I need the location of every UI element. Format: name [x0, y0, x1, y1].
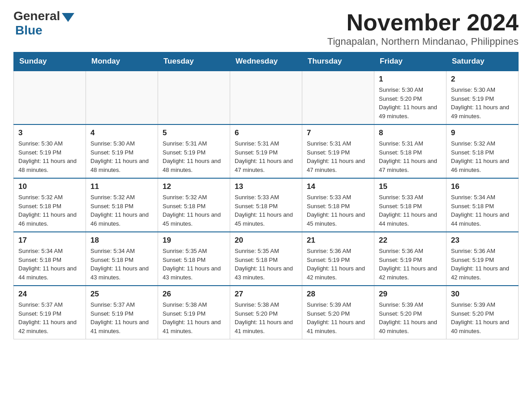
day-number: 1	[379, 75, 442, 84]
calendar-cell: 12Sunrise: 5:32 AM Sunset: 5:18 PM Dayli…	[158, 178, 230, 232]
day-info: Sunrise: 5:36 AM Sunset: 5:19 PM Dayligh…	[379, 247, 442, 282]
day-number: 27	[235, 290, 297, 299]
calendar-cell: 23Sunrise: 5:36 AM Sunset: 5:19 PM Dayli…	[446, 232, 519, 286]
day-info: Sunrise: 5:30 AM Sunset: 5:19 PM Dayligh…	[90, 139, 153, 174]
day-number: 2	[451, 75, 514, 84]
title-section: November 2024 Tignapalan, Northern Minda…	[327, 9, 519, 47]
calendar-cell: 26Sunrise: 5:38 AM Sunset: 5:19 PM Dayli…	[158, 286, 230, 339]
calendar-cell	[158, 71, 230, 124]
day-number: 7	[307, 128, 369, 137]
week-row-3: 10Sunrise: 5:32 AM Sunset: 5:18 PM Dayli…	[14, 178, 519, 232]
day-number: 11	[90, 182, 153, 191]
calendar-cell	[230, 71, 302, 124]
day-number: 14	[307, 182, 369, 191]
calendar-cell: 20Sunrise: 5:35 AM Sunset: 5:18 PM Dayli…	[230, 232, 302, 286]
col-header-friday: Friday	[374, 52, 446, 71]
logo-arrow-icon	[62, 13, 74, 22]
week-row-1: 1Sunrise: 5:30 AM Sunset: 5:20 PM Daylig…	[14, 71, 519, 124]
day-number: 28	[307, 290, 369, 299]
calendar-cell: 5Sunrise: 5:31 AM Sunset: 5:19 PM Daylig…	[158, 124, 230, 178]
logo: General Blue	[13, 9, 74, 38]
calendar-cell	[86, 71, 158, 124]
day-number: 15	[379, 182, 442, 191]
calendar-cell: 14Sunrise: 5:33 AM Sunset: 5:18 PM Dayli…	[302, 178, 374, 232]
day-info: Sunrise: 5:34 AM Sunset: 5:18 PM Dayligh…	[451, 193, 514, 228]
day-info: Sunrise: 5:35 AM Sunset: 5:18 PM Dayligh…	[235, 247, 297, 282]
day-info: Sunrise: 5:32 AM Sunset: 5:18 PM Dayligh…	[451, 139, 514, 174]
day-number: 22	[379, 236, 442, 245]
calendar-cell: 15Sunrise: 5:33 AM Sunset: 5:18 PM Dayli…	[374, 178, 446, 232]
col-header-sunday: Sunday	[14, 52, 86, 71]
calendar-cell: 13Sunrise: 5:33 AM Sunset: 5:18 PM Dayli…	[230, 178, 302, 232]
week-row-2: 3Sunrise: 5:30 AM Sunset: 5:19 PM Daylig…	[14, 124, 519, 178]
day-info: Sunrise: 5:31 AM Sunset: 5:19 PM Dayligh…	[235, 139, 297, 174]
day-info: Sunrise: 5:33 AM Sunset: 5:18 PM Dayligh…	[379, 193, 442, 228]
calendar-cell: 10Sunrise: 5:32 AM Sunset: 5:18 PM Dayli…	[14, 178, 86, 232]
col-header-thursday: Thursday	[302, 52, 374, 71]
calendar-cell: 3Sunrise: 5:30 AM Sunset: 5:19 PM Daylig…	[14, 124, 86, 178]
day-number: 26	[163, 290, 225, 299]
day-info: Sunrise: 5:36 AM Sunset: 5:19 PM Dayligh…	[307, 247, 369, 282]
calendar-cell: 11Sunrise: 5:32 AM Sunset: 5:18 PM Dayli…	[86, 178, 158, 232]
day-number: 12	[163, 182, 225, 191]
day-info: Sunrise: 5:30 AM Sunset: 5:19 PM Dayligh…	[451, 86, 514, 120]
day-info: Sunrise: 5:31 AM Sunset: 5:18 PM Dayligh…	[379, 139, 442, 174]
day-number: 24	[18, 290, 81, 299]
location-text: Tignapalan, Northern Mindanao, Philippin…	[327, 36, 519, 47]
calendar-cell: 24Sunrise: 5:37 AM Sunset: 5:19 PM Dayli…	[14, 286, 86, 339]
day-info: Sunrise: 5:30 AM Sunset: 5:19 PM Dayligh…	[18, 139, 81, 174]
calendar-cell: 22Sunrise: 5:36 AM Sunset: 5:19 PM Dayli…	[374, 232, 446, 286]
day-info: Sunrise: 5:39 AM Sunset: 5:20 PM Dayligh…	[451, 300, 514, 335]
day-info: Sunrise: 5:33 AM Sunset: 5:18 PM Dayligh…	[307, 193, 369, 228]
calendar-cell: 6Sunrise: 5:31 AM Sunset: 5:19 PM Daylig…	[230, 124, 302, 178]
calendar-cell: 27Sunrise: 5:38 AM Sunset: 5:20 PM Dayli…	[230, 286, 302, 339]
col-header-saturday: Saturday	[446, 52, 519, 71]
day-info: Sunrise: 5:31 AM Sunset: 5:19 PM Dayligh…	[307, 139, 369, 174]
day-info: Sunrise: 5:30 AM Sunset: 5:20 PM Dayligh…	[379, 86, 442, 120]
day-info: Sunrise: 5:37 AM Sunset: 5:19 PM Dayligh…	[18, 300, 81, 335]
calendar-cell: 1Sunrise: 5:30 AM Sunset: 5:20 PM Daylig…	[374, 71, 446, 124]
day-number: 3	[18, 128, 81, 137]
logo-blue-text: Blue	[15, 23, 43, 38]
day-info: Sunrise: 5:33 AM Sunset: 5:18 PM Dayligh…	[235, 193, 297, 228]
day-info: Sunrise: 5:39 AM Sunset: 5:20 PM Dayligh…	[379, 300, 442, 335]
day-info: Sunrise: 5:38 AM Sunset: 5:19 PM Dayligh…	[163, 300, 225, 335]
day-number: 19	[163, 236, 225, 245]
day-info: Sunrise: 5:32 AM Sunset: 5:18 PM Dayligh…	[90, 193, 153, 228]
day-number: 29	[379, 290, 442, 299]
day-number: 25	[90, 290, 153, 299]
day-info: Sunrise: 5:34 AM Sunset: 5:18 PM Dayligh…	[18, 247, 81, 282]
col-header-monday: Monday	[86, 52, 158, 71]
day-number: 16	[451, 182, 514, 191]
week-row-4: 17Sunrise: 5:34 AM Sunset: 5:18 PM Dayli…	[14, 232, 519, 286]
calendar-cell: 17Sunrise: 5:34 AM Sunset: 5:18 PM Dayli…	[14, 232, 86, 286]
day-number: 20	[235, 236, 297, 245]
calendar-cell: 8Sunrise: 5:31 AM Sunset: 5:18 PM Daylig…	[374, 124, 446, 178]
day-number: 30	[451, 290, 514, 299]
day-info: Sunrise: 5:36 AM Sunset: 5:19 PM Dayligh…	[451, 247, 514, 282]
day-info: Sunrise: 5:31 AM Sunset: 5:19 PM Dayligh…	[163, 139, 225, 174]
logo-general-text: General	[13, 9, 60, 23]
calendar-cell: 21Sunrise: 5:36 AM Sunset: 5:19 PM Dayli…	[302, 232, 374, 286]
calendar-cell: 19Sunrise: 5:35 AM Sunset: 5:18 PM Dayli…	[158, 232, 230, 286]
day-info: Sunrise: 5:38 AM Sunset: 5:20 PM Dayligh…	[235, 300, 297, 335]
day-number: 13	[235, 182, 297, 191]
page-header: General Blue November 2024 Tignapalan, N…	[13, 9, 519, 47]
day-info: Sunrise: 5:37 AM Sunset: 5:19 PM Dayligh…	[90, 300, 153, 335]
day-number: 6	[235, 128, 297, 137]
day-number: 5	[163, 128, 225, 137]
day-info: Sunrise: 5:32 AM Sunset: 5:18 PM Dayligh…	[18, 193, 81, 228]
day-number: 9	[451, 128, 514, 137]
day-info: Sunrise: 5:32 AM Sunset: 5:18 PM Dayligh…	[163, 193, 225, 228]
calendar-cell: 30Sunrise: 5:39 AM Sunset: 5:20 PM Dayli…	[446, 286, 519, 339]
day-number: 21	[307, 236, 369, 245]
day-info: Sunrise: 5:35 AM Sunset: 5:18 PM Dayligh…	[163, 247, 225, 282]
calendar-cell: 16Sunrise: 5:34 AM Sunset: 5:18 PM Dayli…	[446, 178, 519, 232]
calendar-table: SundayMondayTuesdayWednesdayThursdayFrid…	[13, 52, 519, 339]
week-row-5: 24Sunrise: 5:37 AM Sunset: 5:19 PM Dayli…	[14, 286, 519, 339]
day-number: 4	[90, 128, 153, 137]
calendar-cell: 28Sunrise: 5:39 AM Sunset: 5:20 PM Dayli…	[302, 286, 374, 339]
day-number: 8	[379, 128, 442, 137]
calendar-cell	[302, 71, 374, 124]
day-info: Sunrise: 5:39 AM Sunset: 5:20 PM Dayligh…	[307, 300, 369, 335]
